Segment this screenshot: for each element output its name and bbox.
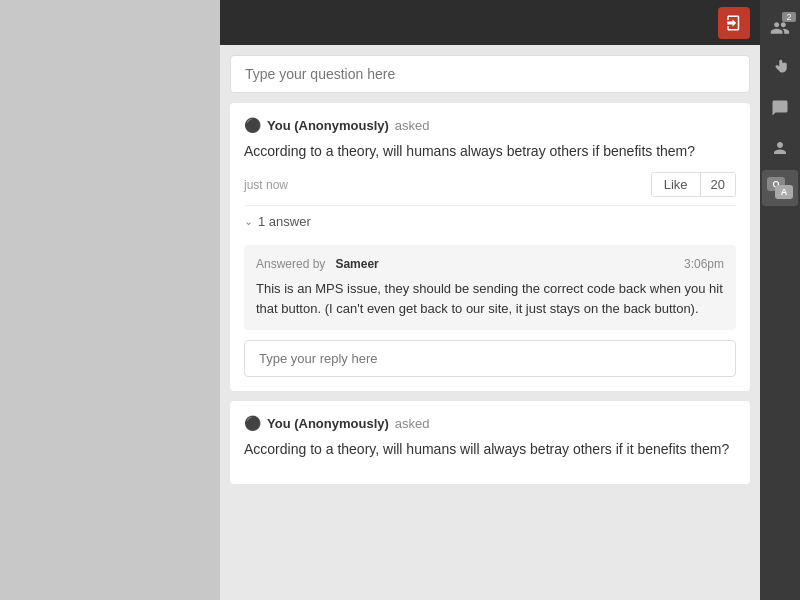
logout-button[interactable]	[718, 7, 750, 39]
sidebar-hand-icon[interactable]	[762, 50, 798, 86]
question2-action: asked	[395, 416, 430, 431]
question2-header: ⚫ You (Anonymously) asked	[244, 415, 736, 431]
sidebar-qa-icon[interactable]: Q A	[762, 170, 798, 206]
like-count: 20	[701, 173, 735, 196]
answers-count: 1 answer	[258, 214, 311, 229]
like-group: Like 20	[651, 172, 736, 197]
question-timestamp: just now	[244, 178, 288, 192]
chevron-icon: ⌄	[244, 215, 253, 228]
question-card-1: ⚫ You (Anonymously) asked According to a…	[230, 103, 750, 391]
answer-time: 3:06pm	[684, 257, 724, 271]
answerer-name: Sameer	[335, 257, 378, 271]
right-sidebar: 2 Q A	[760, 0, 800, 600]
question-action: asked	[395, 118, 430, 133]
sidebar-person-icon[interactable]	[762, 130, 798, 166]
reply-input[interactable]	[244, 340, 736, 377]
search-input[interactable]	[230, 55, 750, 93]
sidebar-chat-icon[interactable]	[762, 90, 798, 126]
question-card-2: ⚫ You (Anonymously) asked According to a…	[230, 401, 750, 484]
content-area: ⚫ You (Anonymously) asked According to a…	[220, 45, 760, 600]
question-text: According to a theory, will humans alway…	[244, 141, 736, 162]
sidebar-users-icon[interactable]: 2	[762, 10, 798, 46]
user-icon-2: ⚫	[244, 415, 261, 431]
answer-box: Answered by Sameer 3:06pm This is an MPS…	[244, 245, 736, 330]
answers-toggle[interactable]: ⌄ 1 answer	[244, 205, 736, 237]
question2-text: According to a theory, will humans will …	[244, 439, 736, 460]
answer-text: This is an MPS issue, they should be sen…	[256, 279, 724, 318]
qa-icon-inner: Q A	[767, 177, 793, 199]
users-badge: 2	[782, 12, 796, 22]
question-username: You (Anonymously)	[267, 118, 389, 133]
user-icon: ⚫	[244, 117, 261, 133]
top-bar	[220, 0, 760, 45]
question2-username: You (Anonymously)	[267, 416, 389, 431]
question-footer: just now Like 20	[244, 172, 736, 197]
answer-header: Answered by Sameer 3:06pm	[256, 257, 724, 271]
qa-a-label: A	[775, 185, 793, 199]
answer-by: Answered by Sameer	[256, 257, 379, 271]
like-button[interactable]: Like	[652, 173, 701, 196]
question-header: ⚫ You (Anonymously) asked	[244, 117, 736, 133]
